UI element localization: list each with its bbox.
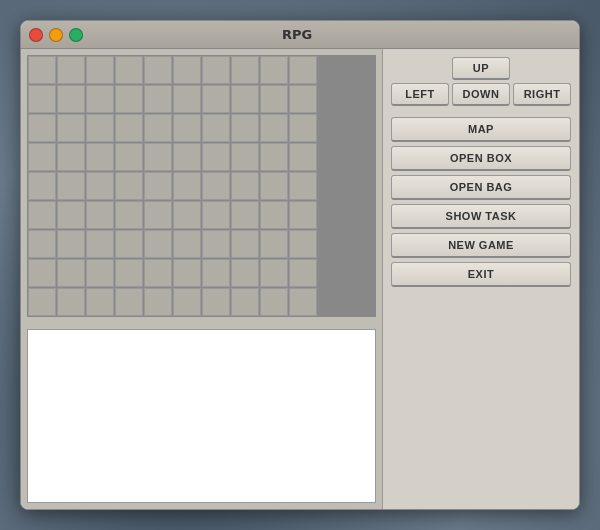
grid-cell (260, 85, 288, 113)
grid-cell (86, 259, 114, 287)
grid-cell (260, 230, 288, 258)
grid-cell (86, 56, 114, 84)
grid-cell (86, 288, 114, 316)
grid-cell (144, 143, 172, 171)
grid-container (21, 49, 382, 323)
grid-cell (57, 230, 85, 258)
new-game-button[interactable]: NEW GAME (391, 233, 571, 258)
grid-cell (144, 114, 172, 142)
grid-cell (202, 85, 230, 113)
grid-cell (231, 259, 259, 287)
grid-cell (86, 201, 114, 229)
grid-cell (144, 230, 172, 258)
grid-cell (115, 259, 143, 287)
grid-cell (231, 143, 259, 171)
grid-cell (115, 288, 143, 316)
grid-cell (173, 114, 201, 142)
grid-cell (260, 56, 288, 84)
grid-cell (57, 201, 85, 229)
grid-cell (28, 114, 56, 142)
grid-cell (260, 288, 288, 316)
app-window: RPG UP LEFT DOWN RIGHT MAP OPEN BOX OPEN… (20, 20, 580, 510)
grid-cell (57, 288, 85, 316)
grid-cell (231, 201, 259, 229)
grid-cell (260, 259, 288, 287)
grid-cell (231, 56, 259, 84)
grid-cell (57, 56, 85, 84)
grid-cell (231, 114, 259, 142)
grid-cell (86, 172, 114, 200)
grid-cell (28, 288, 56, 316)
grid-cell (202, 288, 230, 316)
grid-cell (289, 85, 317, 113)
grid-cell (115, 230, 143, 258)
show-task-button[interactable]: SHOW TASK (391, 204, 571, 229)
window-title: RPG (83, 27, 511, 42)
grid-cell (144, 85, 172, 113)
grid-cell (260, 114, 288, 142)
window-body: UP LEFT DOWN RIGHT MAP OPEN BOX OPEN BAG… (21, 49, 579, 509)
grid-cell (202, 172, 230, 200)
grid-cell (144, 172, 172, 200)
grid-cell (231, 288, 259, 316)
close-button[interactable] (29, 28, 43, 42)
grid-cell (144, 259, 172, 287)
minimize-button[interactable] (49, 28, 63, 42)
grid-cell (202, 143, 230, 171)
grid-cell (260, 143, 288, 171)
grid-cell (202, 56, 230, 84)
maximize-button[interactable] (69, 28, 83, 42)
grid-cell (173, 288, 201, 316)
grid-cell (28, 201, 56, 229)
open-bag-button[interactable]: OPEN BAG (391, 175, 571, 200)
game-grid (27, 55, 376, 317)
grid-cell (260, 201, 288, 229)
grid-cell (289, 114, 317, 142)
grid-cell (144, 56, 172, 84)
left-button[interactable]: LEFT (391, 83, 449, 106)
grid-cell (28, 172, 56, 200)
grid-cell (57, 259, 85, 287)
down-button[interactable]: DOWN (452, 83, 510, 106)
grid-cell (57, 114, 85, 142)
open-box-button[interactable]: OPEN BOX (391, 146, 571, 171)
grid-cell (115, 85, 143, 113)
grid-cell (289, 56, 317, 84)
grid-cell (202, 259, 230, 287)
grid-cell (115, 56, 143, 84)
grid-cell (28, 230, 56, 258)
game-area (21, 49, 383, 509)
controls-panel: UP LEFT DOWN RIGHT MAP OPEN BOX OPEN BAG… (383, 49, 579, 509)
grid-cell (173, 230, 201, 258)
grid-cell (57, 85, 85, 113)
grid-cell (289, 288, 317, 316)
grid-cell (173, 201, 201, 229)
grid-cell (115, 114, 143, 142)
map-button[interactable]: MAP (391, 117, 571, 142)
exit-button[interactable]: EXIT (391, 262, 571, 287)
grid-cell (173, 259, 201, 287)
grid-cell (173, 143, 201, 171)
grid-cell (86, 143, 114, 171)
grid-cell (86, 85, 114, 113)
titlebar: RPG (21, 21, 579, 49)
grid-cell (57, 172, 85, 200)
grid-cell (28, 56, 56, 84)
grid-cell (231, 172, 259, 200)
grid-cell (173, 56, 201, 84)
grid-cell (144, 288, 172, 316)
grid-cell (173, 172, 201, 200)
grid-cell (86, 230, 114, 258)
up-button[interactable]: UP (452, 57, 510, 80)
text-output-area (27, 329, 376, 503)
grid-cell (173, 85, 201, 113)
grid-cell (260, 172, 288, 200)
grid-cell (57, 143, 85, 171)
right-button[interactable]: RIGHT (513, 83, 571, 106)
grid-cell (115, 201, 143, 229)
grid-cell (289, 259, 317, 287)
grid-cell (28, 259, 56, 287)
grid-cell (28, 143, 56, 171)
grid-cell (144, 201, 172, 229)
titlebar-buttons (29, 28, 83, 42)
